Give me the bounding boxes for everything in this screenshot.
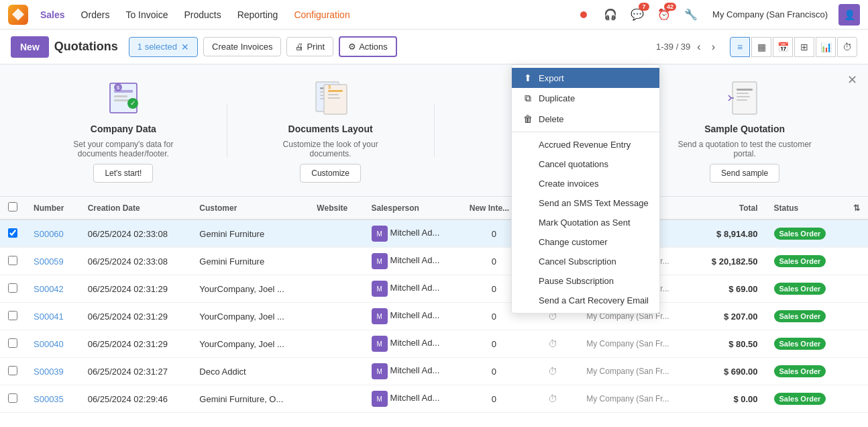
col-website[interactable]: Website (309, 197, 363, 220)
select-all-checkbox[interactable] (8, 202, 17, 211)
gear-icon: ⚙ (348, 42, 356, 52)
prev-page-button[interactable]: ‹ (693, 40, 704, 54)
nav-orders[interactable]: Orders (74, 5, 117, 24)
calendar-view-button[interactable]: 📅 (773, 37, 793, 57)
activity-view-button[interactable]: ⏱ (837, 37, 857, 57)
user-avatar[interactable]: 👤 (838, 4, 860, 26)
support-btn[interactable]: 🎧 (600, 4, 621, 26)
table-row[interactable]: S00040 06/25/2024 02:31:29 YourCompany, … (0, 330, 868, 358)
action-change-customer[interactable]: Change customer (512, 232, 659, 252)
create-invoices-button[interactable]: Create Invoices (203, 37, 281, 56)
table-row[interactable]: S00042 06/25/2024 02:31:29 YourCompany, … (0, 275, 868, 303)
new-button[interactable]: New (11, 36, 49, 58)
graph-view-button[interactable]: 📊 (816, 37, 836, 57)
setup-step-documents: $ Documents Layout Customize the look of… (227, 78, 434, 183)
clock-btn[interactable]: ⏰ 42 (653, 4, 675, 26)
col-salesperson[interactable]: Salesperson (364, 197, 462, 220)
action-cancel-quotations[interactable]: Cancel quotations (512, 154, 659, 174)
discuss-btn[interactable]: 💬 7 (627, 4, 648, 26)
step4-button[interactable]: Send sample (710, 164, 779, 183)
cell-number[interactable]: S00042 (25, 275, 80, 303)
row-checkbox-cell[interactable] (0, 358, 25, 385)
setup-close-button[interactable]: ✕ (847, 73, 857, 87)
activity-btn[interactable] (573, 4, 594, 26)
cell-number[interactable]: S00041 (25, 303, 80, 330)
cell-customer: YourCompany, Joel ... (191, 303, 309, 330)
action-delete[interactable]: 🗑 Delete (512, 109, 659, 129)
action-cart-recovery[interactable]: Send a Cart Recovery Email (512, 291, 659, 310)
next-page-button[interactable]: › (708, 40, 719, 54)
table-header-row: Number Creation Date Customer Website Sa… (0, 197, 868, 220)
cell-date: 06/25/2024 02:31:29 (80, 330, 192, 358)
pivot-view-button[interactable]: ⊞ (794, 37, 814, 57)
action-duplicate[interactable]: ⧉ Duplicate (512, 88, 659, 109)
nav-reporting[interactable]: Reporting (231, 5, 285, 24)
row-checkbox-cell[interactable] (0, 303, 25, 330)
cell-date: 06/25/2024 02:33:08 (80, 220, 192, 248)
settings-btn[interactable]: 🔧 (680, 4, 702, 26)
row-checkbox-cell[interactable] (0, 385, 25, 413)
cell-status: Sales Order (766, 330, 845, 358)
action-mark-sent[interactable]: Mark Quotation as Sent (512, 213, 659, 232)
nav-to-invoice[interactable]: To Invoice (119, 5, 174, 24)
cell-extra (845, 248, 868, 275)
col-number[interactable]: Number (25, 197, 80, 220)
table-row[interactable]: S00060 06/25/2024 02:33:08 Gemini Furnit… (0, 220, 868, 248)
cell-number[interactable]: S00039 (25, 358, 80, 385)
app-logo[interactable] (8, 5, 28, 25)
action-export[interactable]: ⬆ Export (512, 68, 659, 88)
deselect-icon[interactable]: ✕ (181, 42, 189, 52)
action-pause-subscription[interactable]: Pause Subscription (512, 271, 659, 291)
selected-badge[interactable]: 1 selected ✕ (129, 37, 198, 57)
col-creation-date[interactable]: Creation Date (80, 197, 192, 220)
cell-customer: Gemini Furniture (191, 248, 309, 275)
row-checkbox-cell[interactable] (0, 248, 25, 275)
cell-number[interactable]: S00040 (25, 330, 80, 358)
salesperson-avatar: M (372, 363, 388, 379)
step2-button[interactable]: Customize (300, 164, 361, 183)
actions-button[interactable]: ⚙ Actions (339, 36, 397, 57)
cell-number[interactable]: S00035 (25, 385, 80, 413)
kanban-view-button[interactable]: ▦ (751, 37, 771, 57)
salesperson-avatar: M (372, 308, 388, 324)
row-checkbox[interactable] (8, 366, 17, 375)
nav-sales[interactable]: Sales (34, 5, 72, 24)
nav-icons: 🎧 💬 7 ⏰ 42 🔧 My Company (San Francisco) … (573, 4, 860, 26)
col-status[interactable]: Status (766, 197, 845, 220)
setup-step-company: $ ✓ Company Data Set your company's data… (20, 78, 227, 183)
step1-button[interactable]: Let's start! (93, 164, 153, 183)
cell-number[interactable]: S00060 (25, 220, 80, 248)
action-accrued-revenue[interactable]: Accrued Revenue Entry (512, 135, 659, 154)
row-checkbox[interactable] (8, 256, 17, 265)
cell-activity: ⏱ (527, 385, 579, 413)
row-checkbox[interactable] (8, 283, 17, 293)
cell-total: $ 20,182.50 (694, 248, 766, 275)
list-view-button[interactable]: ≡ (730, 37, 750, 57)
row-checkbox-cell[interactable] (0, 220, 25, 248)
cell-salesperson: MMitchell Ad... (364, 303, 462, 330)
table-row[interactable]: S00035 06/25/2024 02:29:46 Gemini Furnit… (0, 385, 868, 413)
print-button[interactable]: 🖨 Print (286, 37, 333, 56)
nav-configuration[interactable]: Configuration (287, 5, 356, 24)
col-customer[interactable]: Customer (191, 197, 309, 220)
nav-products[interactable]: Products (177, 5, 227, 24)
select-all-header[interactable] (0, 197, 25, 220)
svg-text:✓: ✓ (130, 99, 135, 107)
row-checkbox[interactable] (8, 393, 17, 403)
row-checkbox[interactable] (8, 338, 17, 348)
svg-rect-2 (114, 95, 127, 97)
col-settings[interactable]: ⇅ (845, 197, 868, 220)
action-cancel-subscription[interactable]: Cancel Subscription (512, 252, 659, 271)
table-row[interactable]: S00039 06/25/2024 02:31:27 Deco Addict M… (0, 358, 868, 385)
row-checkbox[interactable] (8, 311, 17, 320)
action-create-invoices[interactable]: Create invoices (512, 174, 659, 193)
cell-customer: Gemini Furniture, O... (191, 385, 309, 413)
row-checkbox-cell[interactable] (0, 275, 25, 303)
action-sms[interactable]: Send an SMS Text Message (512, 193, 659, 213)
row-checkbox-cell[interactable] (0, 330, 25, 358)
table-row[interactable]: S00059 06/25/2024 02:33:08 Gemini Furnit… (0, 248, 868, 275)
cell-number[interactable]: S00059 (25, 248, 80, 275)
col-total[interactable]: Total (694, 197, 766, 220)
table-row[interactable]: S00041 06/25/2024 02:31:29 YourCompany, … (0, 303, 868, 330)
row-checkbox[interactable] (8, 228, 17, 238)
